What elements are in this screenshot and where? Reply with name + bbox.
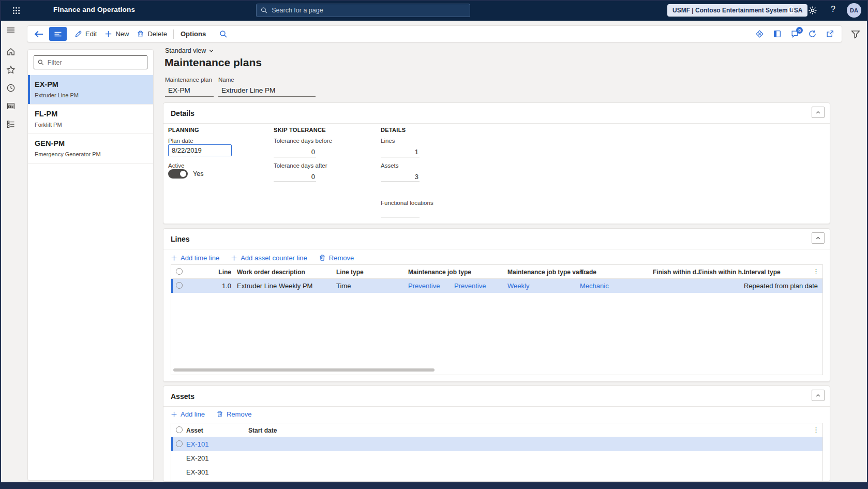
list-filter-box[interactable] (34, 55, 147, 69)
name-value[interactable]: Extruder Line PM (218, 85, 316, 97)
edit-button[interactable]: Edit (74, 30, 97, 38)
filter-search-icon (38, 59, 44, 66)
maintenance-plan-field: Maintenance plan EX-PM (165, 77, 214, 97)
assets-grid-header-row: Asset Start date ⋮ (171, 423, 822, 437)
recent-clock-icon[interactable] (6, 83, 16, 93)
details-collapse-button[interactable] (812, 107, 825, 118)
assets-grid-row-1[interactable]: EX-101 (171, 437, 822, 451)
view-selector[interactable]: Standard view (165, 47, 214, 54)
user-avatar[interactable]: DA (847, 3, 861, 18)
trash-icon (216, 410, 223, 418)
active-toggle[interactable] (168, 169, 188, 179)
name-field: Name Extruder Line PM (218, 77, 316, 97)
cell-asset[interactable]: EX-301 (186, 468, 246, 476)
list-item-gen-pm[interactable]: GEN-PM Emergency Generator PM (28, 134, 153, 164)
column-header-finish-within-days[interactable]: Finish within d... (653, 269, 695, 276)
new-button[interactable]: New (104, 30, 129, 38)
add-asset-counter-line-button[interactable]: Add asset counter line (231, 254, 307, 262)
lines-section: Lines Add time line Add asset counter li… (163, 228, 830, 382)
cell-line-type: Time (336, 282, 403, 290)
name-label: Name (218, 77, 316, 83)
action-pane: Edit New Delete Options 0 (27, 25, 842, 42)
skip-tolerance-group-heading: SKIP TOLERANCE (274, 127, 326, 133)
details-group-heading: DETAILS (381, 127, 406, 133)
lines-grid: Line Work order description Line type Ma… (171, 264, 823, 375)
home-icon[interactable] (6, 47, 16, 56)
plus-icon (104, 30, 112, 38)
column-header-trade[interactable]: Trade (580, 269, 650, 276)
global-search-input[interactable] (272, 7, 466, 14)
assets-count-value[interactable]: 3 (381, 172, 420, 182)
row-select-radio[interactable] (176, 282, 183, 289)
refresh-icon[interactable] (808, 29, 817, 38)
select-all-radio[interactable] (176, 268, 183, 275)
grid-options-icon[interactable]: ⋮ (813, 268, 819, 275)
column-header-maintenance-job-type[interactable]: Maintenance job type (408, 269, 468, 276)
column-header-line-type[interactable]: Line type (336, 269, 403, 276)
grid-options-icon[interactable]: ⋮ (813, 426, 819, 434)
notifications-bell-icon[interactable] (786, 6, 796, 15)
lines-section-header[interactable]: Lines (163, 229, 830, 249)
column-header-work-order-description[interactable]: Work order description (237, 269, 333, 276)
assets-remove-button[interactable]: Remove (216, 410, 251, 418)
assets-grid-row-2[interactable]: EX-201 (171, 451, 822, 465)
cell-maintenance-job-type-secondary[interactable]: Preventive (454, 282, 504, 290)
plan-date-label: Plan date (168, 138, 193, 144)
lines-collapse-button[interactable] (812, 232, 825, 244)
lines-count-value[interactable]: 1 (381, 147, 420, 157)
row-select-radio[interactable] (176, 440, 183, 447)
global-search-box[interactable] (256, 4, 470, 17)
functional-locations-value[interactable] (381, 207, 420, 217)
toolbar-search-icon[interactable] (219, 30, 228, 38)
back-arrow-icon[interactable] (34, 29, 44, 39)
filter-pane-funnel-icon[interactable] (850, 29, 861, 39)
horizontal-scrollbar[interactable] (173, 368, 435, 372)
column-header-asset[interactable]: Asset (186, 427, 246, 434)
pencil-icon (74, 30, 82, 38)
lines-grid-row-1[interactable]: 1.0 Extruder Line Weekly PM Time Prevent… (171, 279, 822, 293)
cell-asset[interactable]: EX-201 (186, 454, 246, 462)
add-line-button[interactable]: Add line (171, 410, 205, 418)
site-map-icon[interactable] (755, 29, 764, 38)
lines-remove-button[interactable]: Remove (319, 254, 354, 262)
tolerance-days-before-value[interactable]: 0 (274, 147, 316, 157)
cell-maintenance-job-type-variant[interactable]: Weekly (507, 282, 577, 290)
list-item-fl-pm[interactable]: FL-PM Forklift PM (28, 105, 153, 134)
open-in-new-window-icon[interactable] (826, 29, 834, 38)
column-header-start-date[interactable]: Start date (248, 427, 352, 434)
tolerance-days-before-label: Tolerance days before (274, 138, 332, 144)
assets-grid-row-3[interactable]: EX-301 (171, 465, 822, 479)
list-filter-input[interactable] (48, 59, 143, 66)
app-launcher-waffle-icon[interactable] (7, 3, 25, 18)
options-menu-button[interactable]: Options (181, 30, 206, 38)
cell-work-order-description[interactable]: Extruder Line Weekly PM (237, 282, 333, 290)
select-all-radio[interactable] (176, 426, 183, 433)
related-info-pane-icon[interactable] (773, 29, 782, 38)
column-header-line[interactable]: Line (197, 269, 231, 276)
settings-gear-icon[interactable] (808, 6, 817, 15)
plan-date-input[interactable] (168, 144, 232, 156)
tolerance-days-after-value[interactable]: 0 (274, 172, 316, 182)
column-header-maintenance-job-type-variant[interactable]: Maintenance job type vari... (507, 269, 577, 276)
toolbar-divider (173, 29, 174, 39)
messages-chat-icon[interactable]: 0 (790, 29, 799, 38)
chevron-down-icon (208, 48, 214, 54)
list-item-ex-pm[interactable]: EX-PM Extruder Line PM (28, 75, 153, 105)
assets-collapse-button[interactable] (812, 390, 825, 401)
modules-list-icon[interactable] (6, 120, 16, 129)
cell-trade[interactable]: Mechanic (580, 282, 650, 290)
cell-asset[interactable]: EX-101 (186, 440, 246, 448)
workspaces-icon[interactable] (6, 101, 16, 111)
help-icon[interactable]: ? (831, 5, 835, 14)
favorites-star-icon[interactable] (6, 65, 16, 75)
maintenance-plan-value[interactable]: EX-PM (165, 85, 214, 97)
nav-menu-icon[interactable] (6, 25, 16, 35)
delete-button[interactable]: Delete (137, 30, 167, 38)
details-section-header[interactable]: Details (163, 103, 830, 124)
column-header-finish-within-hours[interactable]: Finish within h... (698, 269, 741, 276)
show-list-toggle-button[interactable] (49, 27, 67, 41)
assets-section-header[interactable]: Assets (163, 386, 830, 407)
chevron-up-icon (815, 109, 821, 116)
add-time-line-button[interactable]: Add time line (171, 254, 219, 262)
trash-icon (137, 30, 144, 38)
